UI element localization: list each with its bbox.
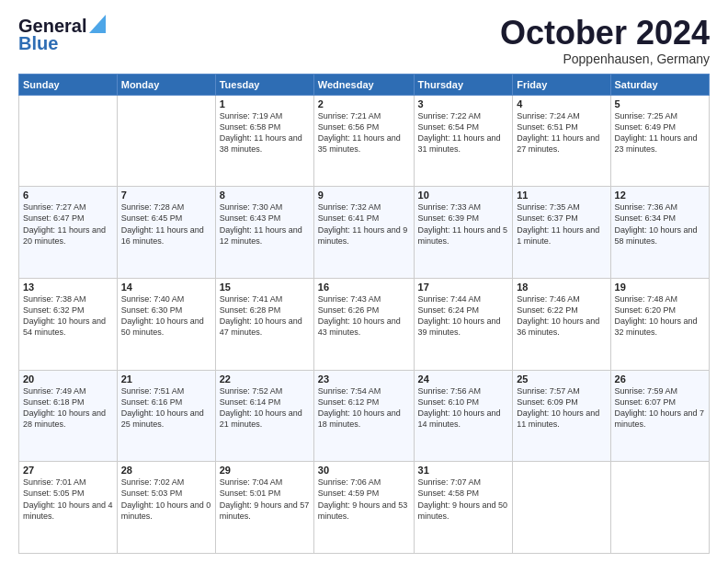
day-number: 19 xyxy=(615,282,705,293)
day-number: 4 xyxy=(517,98,606,109)
day-detail: Sunrise: 7:52 AM Sunset: 6:14 PM Dayligh… xyxy=(220,386,302,429)
day-detail: Sunrise: 7:35 AM Sunset: 6:37 PM Dayligh… xyxy=(517,202,599,245)
dow-thursday: Thursday xyxy=(414,74,513,95)
dow-saturday: Saturday xyxy=(610,74,709,95)
day-number: 22 xyxy=(220,373,310,385)
day-detail: Sunrise: 7:30 AM Sunset: 6:43 PM Dayligh… xyxy=(220,202,302,245)
calendar-cell: 12Sunrise: 7:36 AM Sunset: 6:34 PM Dayli… xyxy=(610,187,709,279)
calendar-cell: 6Sunrise: 7:27 AM Sunset: 6:47 PM Daylig… xyxy=(19,187,118,279)
calendar-cell: 18Sunrise: 7:46 AM Sunset: 6:22 PM Dayli… xyxy=(513,278,610,370)
day-number: 27 xyxy=(23,465,113,476)
calendar-cell xyxy=(513,462,610,554)
calendar-cell: 11Sunrise: 7:35 AM Sunset: 6:37 PM Dayli… xyxy=(513,187,610,279)
title-area: October 2024 Poppenhausen, Germany xyxy=(500,15,710,66)
calendar-cell: 1Sunrise: 7:19 AM Sunset: 6:58 PM Daylig… xyxy=(215,95,313,187)
calendar-cell: 19Sunrise: 7:48 AM Sunset: 6:20 PM Dayli… xyxy=(610,278,709,370)
week-row-4: 20Sunrise: 7:49 AM Sunset: 6:18 PM Dayli… xyxy=(19,370,710,462)
day-detail: Sunrise: 7:24 AM Sunset: 6:51 PM Dayligh… xyxy=(517,111,599,154)
dow-wednesday: Wednesday xyxy=(313,74,414,95)
day-detail: Sunrise: 7:25 AM Sunset: 6:49 PM Dayligh… xyxy=(615,111,698,154)
day-detail: Sunrise: 7:59 AM Sunset: 6:07 PM Dayligh… xyxy=(615,386,705,429)
day-detail: Sunrise: 7:40 AM Sunset: 6:30 PM Dayligh… xyxy=(121,294,204,337)
day-detail: Sunrise: 7:04 AM Sunset: 5:01 PM Dayligh… xyxy=(220,477,310,520)
dow-sunday: Sunday xyxy=(19,74,118,95)
logo: General Blue xyxy=(18,15,106,54)
calendar-cell xyxy=(19,95,118,187)
calendar-body: 1Sunrise: 7:19 AM Sunset: 6:58 PM Daylig… xyxy=(19,95,710,553)
month-title: October 2024 xyxy=(500,15,710,52)
calendar-cell: 27Sunrise: 7:01 AM Sunset: 5:05 PM Dayli… xyxy=(19,462,118,554)
calendar-cell: 24Sunrise: 7:56 AM Sunset: 6:10 PM Dayli… xyxy=(414,370,513,462)
day-number: 24 xyxy=(418,373,509,385)
calendar-cell: 23Sunrise: 7:54 AM Sunset: 6:12 PM Dayli… xyxy=(313,370,414,462)
week-row-3: 13Sunrise: 7:38 AM Sunset: 6:32 PM Dayli… xyxy=(19,278,710,370)
page: General Blue October 2024 Poppenhausen, … xyxy=(0,0,728,563)
day-detail: Sunrise: 7:57 AM Sunset: 6:09 PM Dayligh… xyxy=(517,386,599,429)
day-number: 12 xyxy=(615,190,705,201)
day-number: 10 xyxy=(418,190,509,201)
dow-monday: Monday xyxy=(117,74,215,95)
day-number: 23 xyxy=(318,373,410,385)
calendar-cell: 22Sunrise: 7:52 AM Sunset: 6:14 PM Dayli… xyxy=(215,370,313,462)
day-detail: Sunrise: 7:46 AM Sunset: 6:22 PM Dayligh… xyxy=(517,294,599,337)
day-detail: Sunrise: 7:19 AM Sunset: 6:58 PM Dayligh… xyxy=(220,111,302,154)
day-number: 14 xyxy=(121,282,211,293)
week-row-1: 1Sunrise: 7:19 AM Sunset: 6:58 PM Daylig… xyxy=(19,95,710,187)
day-detail: Sunrise: 7:22 AM Sunset: 6:54 PM Dayligh… xyxy=(418,111,501,154)
day-number: 31 xyxy=(418,465,509,476)
day-number: 18 xyxy=(517,282,606,293)
day-number: 20 xyxy=(23,373,113,385)
day-detail: Sunrise: 7:48 AM Sunset: 6:20 PM Dayligh… xyxy=(615,294,698,337)
svg-marker-0 xyxy=(89,15,106,33)
day-detail: Sunrise: 7:33 AM Sunset: 6:39 PM Dayligh… xyxy=(418,202,508,245)
day-number: 15 xyxy=(220,282,310,293)
calendar-cell xyxy=(610,462,709,554)
calendar-cell: 5Sunrise: 7:25 AM Sunset: 6:49 PM Daylig… xyxy=(610,95,709,187)
calendar-cell: 29Sunrise: 7:04 AM Sunset: 5:01 PM Dayli… xyxy=(215,462,313,554)
day-number: 7 xyxy=(121,190,211,201)
day-detail: Sunrise: 7:41 AM Sunset: 6:28 PM Dayligh… xyxy=(220,294,302,337)
day-number: 26 xyxy=(615,373,705,385)
day-number: 8 xyxy=(220,190,310,201)
location: Poppenhausen, Germany xyxy=(500,52,710,66)
day-number: 29 xyxy=(220,465,310,476)
logo-triangle-icon xyxy=(89,15,106,37)
day-number: 13 xyxy=(23,282,113,293)
day-detail: Sunrise: 7:07 AM Sunset: 4:58 PM Dayligh… xyxy=(418,477,508,520)
dow-friday: Friday xyxy=(513,74,610,95)
day-detail: Sunrise: 7:54 AM Sunset: 6:12 PM Dayligh… xyxy=(318,386,401,429)
day-detail: Sunrise: 7:21 AM Sunset: 6:56 PM Dayligh… xyxy=(318,111,401,154)
day-detail: Sunrise: 7:44 AM Sunset: 6:24 PM Dayligh… xyxy=(418,294,501,337)
day-number: 30 xyxy=(318,465,410,476)
day-of-week-header-row: SundayMondayTuesdayWednesdayThursdayFrid… xyxy=(19,74,710,95)
day-number: 3 xyxy=(418,98,509,109)
calendar-cell: 9Sunrise: 7:32 AM Sunset: 6:41 PM Daylig… xyxy=(313,187,414,279)
calendar-cell: 16Sunrise: 7:43 AM Sunset: 6:26 PM Dayli… xyxy=(313,278,414,370)
day-detail: Sunrise: 7:06 AM Sunset: 4:59 PM Dayligh… xyxy=(318,477,408,520)
calendar-cell: 10Sunrise: 7:33 AM Sunset: 6:39 PM Dayli… xyxy=(414,187,513,279)
calendar-cell: 15Sunrise: 7:41 AM Sunset: 6:28 PM Dayli… xyxy=(215,278,313,370)
day-number: 21 xyxy=(121,373,211,385)
day-number: 2 xyxy=(318,98,410,109)
calendar-table: SundayMondayTuesdayWednesdayThursdayFrid… xyxy=(18,74,710,554)
day-detail: Sunrise: 7:27 AM Sunset: 6:47 PM Dayligh… xyxy=(23,202,106,245)
day-detail: Sunrise: 7:43 AM Sunset: 6:26 PM Dayligh… xyxy=(318,294,401,337)
day-number: 28 xyxy=(121,465,211,476)
day-detail: Sunrise: 7:49 AM Sunset: 6:18 PM Dayligh… xyxy=(23,386,106,429)
day-detail: Sunrise: 7:51 AM Sunset: 6:16 PM Dayligh… xyxy=(121,386,204,429)
day-number: 25 xyxy=(517,373,606,385)
calendar-cell: 4Sunrise: 7:24 AM Sunset: 6:51 PM Daylig… xyxy=(513,95,610,187)
week-row-5: 27Sunrise: 7:01 AM Sunset: 5:05 PM Dayli… xyxy=(19,462,710,554)
logo-blue: Blue xyxy=(18,33,58,54)
header: General Blue October 2024 Poppenhausen, … xyxy=(18,15,710,66)
calendar-cell: 7Sunrise: 7:28 AM Sunset: 6:45 PM Daylig… xyxy=(117,187,215,279)
day-detail: Sunrise: 7:32 AM Sunset: 6:41 PM Dayligh… xyxy=(318,202,408,245)
calendar-cell: 8Sunrise: 7:30 AM Sunset: 6:43 PM Daylig… xyxy=(215,187,313,279)
day-number: 16 xyxy=(318,282,410,293)
day-detail: Sunrise: 7:56 AM Sunset: 6:10 PM Dayligh… xyxy=(418,386,501,429)
calendar-cell: 17Sunrise: 7:44 AM Sunset: 6:24 PM Dayli… xyxy=(414,278,513,370)
day-number: 9 xyxy=(318,190,410,201)
calendar-cell: 26Sunrise: 7:59 AM Sunset: 6:07 PM Dayli… xyxy=(610,370,709,462)
day-number: 1 xyxy=(220,98,310,109)
calendar-cell: 28Sunrise: 7:02 AM Sunset: 5:03 PM Dayli… xyxy=(117,462,215,554)
